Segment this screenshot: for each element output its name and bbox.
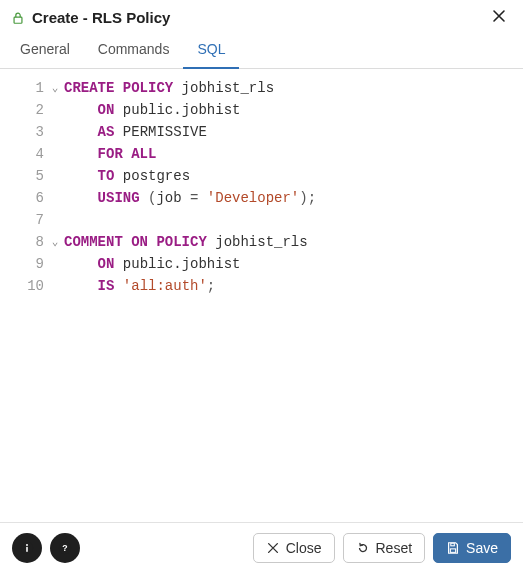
- dialog-header: Create - RLS Policy: [0, 0, 523, 33]
- tab-bar: General Commands SQL: [0, 33, 523, 69]
- code-line[interactable]: USING (job = 'Developer');: [64, 187, 523, 209]
- code-line[interactable]: COMMENT ON POLICY jobhist_rls: [64, 231, 523, 253]
- fold-toggle: [48, 99, 62, 121]
- dialog-title: Create - RLS Policy: [32, 9, 170, 26]
- line-number: 5: [0, 165, 48, 187]
- code-line[interactable]: AS PERMISSIVE: [64, 121, 523, 143]
- close-button[interactable]: Close: [253, 533, 335, 563]
- line-number: 7: [0, 209, 48, 231]
- svg-rect-0: [14, 17, 22, 23]
- fold-toggle: [48, 121, 62, 143]
- tab-general[interactable]: General: [6, 33, 84, 69]
- sql-editor[interactable]: 12345678910 ⌄⌄ CREATE POLICY jobhist_rls…: [0, 69, 523, 522]
- fold-toggle: [48, 187, 62, 209]
- code-line[interactable]: [64, 209, 523, 231]
- line-number: 1: [0, 77, 48, 99]
- code-line[interactable]: IS 'all:auth';: [64, 275, 523, 297]
- svg-point-2: [26, 544, 28, 546]
- tab-sql[interactable]: SQL: [183, 33, 239, 69]
- line-number: 9: [0, 253, 48, 275]
- code-line[interactable]: FOR ALL: [64, 143, 523, 165]
- fold-toggle: [48, 253, 62, 275]
- svg-rect-3: [26, 547, 28, 552]
- fold-toggle: [48, 165, 62, 187]
- line-number: 8: [0, 231, 48, 253]
- close-icon[interactable]: [487, 6, 511, 29]
- save-button[interactable]: Save: [433, 533, 511, 563]
- code-line[interactable]: ON public.jobhist: [64, 99, 523, 121]
- line-number: 10: [0, 275, 48, 297]
- line-number: 2: [0, 99, 48, 121]
- help-button[interactable]: ?: [50, 533, 80, 563]
- line-number: 4: [0, 143, 48, 165]
- dialog-footer: ? Close Reset Save: [0, 522, 523, 573]
- line-number: 3: [0, 121, 48, 143]
- save-button-label: Save: [466, 540, 498, 556]
- svg-text:?: ?: [62, 543, 67, 553]
- fold-toggle: [48, 275, 62, 297]
- line-number-gutter: 12345678910: [0, 77, 48, 522]
- tab-commands[interactable]: Commands: [84, 33, 184, 69]
- fold-toggle: [48, 209, 62, 231]
- reset-button-label: Reset: [376, 540, 413, 556]
- fold-toggle: [48, 143, 62, 165]
- fold-toggle[interactable]: ⌄: [48, 231, 62, 253]
- code-area[interactable]: CREATE POLICY jobhist_rls ON public.jobh…: [62, 77, 523, 522]
- svg-rect-7: [451, 543, 455, 546]
- code-line[interactable]: ON public.jobhist: [64, 253, 523, 275]
- reset-button[interactable]: Reset: [343, 533, 426, 563]
- code-line[interactable]: CREATE POLICY jobhist_rls: [64, 77, 523, 99]
- fold-gutter: ⌄⌄: [48, 77, 62, 522]
- close-button-label: Close: [286, 540, 322, 556]
- fold-toggle[interactable]: ⌄: [48, 77, 62, 99]
- code-line[interactable]: TO postgres: [64, 165, 523, 187]
- svg-rect-6: [450, 549, 455, 553]
- info-button[interactable]: [12, 533, 42, 563]
- lock-icon: [10, 10, 26, 26]
- line-number: 6: [0, 187, 48, 209]
